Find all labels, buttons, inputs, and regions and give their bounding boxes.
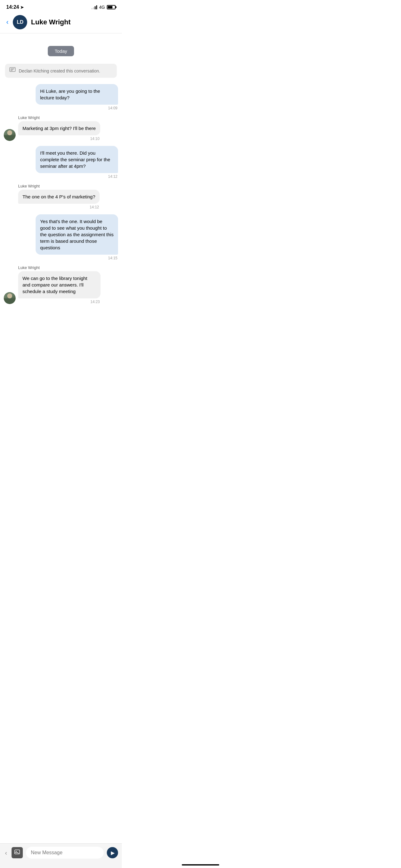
chat-area: Today Declan Kitching created this conve… xyxy=(0,33,122,340)
message-content: Luke Wright We can go to the library ton… xyxy=(18,265,101,304)
message-row: Luke Wright Marketing at 3pm right? I'll… xyxy=(4,115,118,141)
message-sender: Luke Wright xyxy=(18,184,100,188)
system-message: Declan Kitching created this conversatio… xyxy=(5,64,117,78)
message-text: Hi Luke, are you going to the lecture to… xyxy=(40,88,100,100)
message-text: We can go to the library tonight and com… xyxy=(23,276,87,294)
message-sender: Luke Wright xyxy=(18,265,101,270)
network-label: 4G xyxy=(99,5,105,10)
contact-name: Luke Wright xyxy=(31,18,71,26)
system-message-text: Declan Kitching created this conversatio… xyxy=(19,68,100,73)
message-text: The one on the 4 P's of marketing? xyxy=(23,194,95,199)
message-content: Yes that's the one. It would be good to … xyxy=(36,214,118,260)
message-row: Hi Luke, are you going to the lecture to… xyxy=(4,84,118,110)
message-time: 14:12 xyxy=(36,174,118,179)
message-bubble: Yes that's the one. It would be good to … xyxy=(36,214,118,255)
message-text: I'll meet you there. Did you complete th… xyxy=(40,150,110,169)
date-badge: Today xyxy=(48,46,74,56)
message-row: Luke Wright The one on the 4 P's of mark… xyxy=(4,184,118,209)
message-time: 14:09 xyxy=(36,106,118,110)
message-content: Hi Luke, are you going to the lecture to… xyxy=(36,84,118,110)
status-icons: 4G xyxy=(92,5,115,10)
chat-icon xyxy=(9,67,15,75)
message-bubble: We can go to the library tonight and com… xyxy=(18,271,101,299)
message-time: 14:15 xyxy=(36,256,118,260)
message-bubble: I'll meet you there. Did you complete th… xyxy=(36,146,118,173)
message-time: 14:10 xyxy=(18,136,100,141)
signal-bars xyxy=(92,5,97,9)
time-display: 14:24 xyxy=(6,4,19,10)
message-bubble: Hi Luke, are you going to the lecture to… xyxy=(36,84,118,105)
message-time: 14:23 xyxy=(18,300,101,304)
avatar-initials: LD xyxy=(17,19,24,25)
signal-bar-4 xyxy=(96,5,97,9)
user-avatar xyxy=(4,129,15,141)
battery-indicator xyxy=(107,5,115,9)
message-row: I'll meet you there. Did you complete th… xyxy=(4,146,118,179)
contact-avatar: LD xyxy=(13,15,27,29)
battery-fill xyxy=(108,6,112,8)
message-bubble: Marketing at 3pm right? I'll be there xyxy=(18,121,100,135)
message-time: 14:12 xyxy=(18,205,100,209)
message-content: Luke Wright Marketing at 3pm right? I'll… xyxy=(18,115,100,141)
message-bubble: The one on the 4 P's of marketing? xyxy=(18,190,100,204)
message-text: Yes that's the one. It would be good to … xyxy=(40,219,113,250)
message-sender: Luke Wright xyxy=(18,115,100,120)
chat-header: ‹ LD Luke Wright xyxy=(0,12,122,33)
message-row: Yes that's the one. It would be good to … xyxy=(4,214,118,260)
location-icon: ➤ xyxy=(20,5,24,10)
message-text: Marketing at 3pm right? I'll be there xyxy=(23,126,96,131)
date-badge-container: Today xyxy=(4,46,118,56)
signal-bar-2 xyxy=(93,7,94,9)
back-button[interactable]: ‹ xyxy=(5,17,10,28)
status-time: 14:24 ➤ xyxy=(6,4,24,10)
message-content: I'll meet you there. Did you complete th… xyxy=(36,146,118,179)
signal-bar-3 xyxy=(95,6,96,9)
message-row: Luke Wright We can go to the library ton… xyxy=(4,265,118,304)
message-content: Luke Wright The one on the 4 P's of mark… xyxy=(18,184,100,209)
signal-bar-1 xyxy=(92,8,93,9)
status-bar: 14:24 ➤ 4G xyxy=(0,0,122,12)
user-avatar xyxy=(4,292,15,304)
